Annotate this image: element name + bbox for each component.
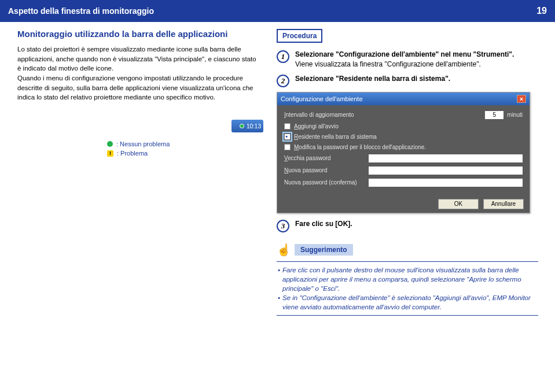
step-1-plain: Viene visualizzata la finestra "Configur… [295, 60, 481, 68]
step-3-body: Fare clic su [OK]. [295, 219, 538, 232]
tip-head: ☝ Suggerimento [277, 243, 538, 257]
interval-row: Intervallo di aggiornamento 5 minuti [284, 111, 523, 119]
step-3-bold: Fare clic su [OK]. [295, 220, 352, 228]
dialog-buttons: OK Annullare [277, 195, 530, 213]
legend: : Nessun problema ! : Problema [107, 140, 262, 157]
taskbar-clock: 10:13 [247, 123, 261, 130]
dialog-title-text: Configurazione dell'ambiente [281, 95, 363, 102]
step-num-3: 3 [277, 220, 289, 232]
tip-line-1: Fare clic con il pulsante destro del mou… [282, 265, 537, 293]
step-2-body: Selezionare "Residente nella barra di si… [295, 74, 538, 87]
cb-systray-label: Residente nella barra di sistema [294, 134, 377, 140]
checkbox-icon[interactable] [284, 144, 291, 150]
step-1-body: Selezionare "Configurazione dell'ambient… [295, 50, 538, 69]
step-num-2: 2 [277, 75, 289, 87]
step-1-bold: Selezionare "Configurazione dell'ambient… [295, 50, 514, 58]
new-pwd-conf-row: Nuova password (conferma) [284, 179, 523, 187]
cb-modpwd-label: Modifica la password per il blocco dell'… [294, 144, 426, 150]
intro-paragraph: Lo stato dei proiettori è sempre visuali… [17, 45, 262, 102]
new-pwd-row: Nuova password [284, 167, 523, 175]
page-header: Aspetto della finestra di monitoraggio 1… [0, 0, 555, 22]
old-pwd-row: Vecchia password [284, 154, 523, 162]
tip-group: ☝ Suggerimento • Fare clic con il pulsan… [277, 243, 538, 316]
left-column: Monitoraggio utilizzando la barra delle … [0, 29, 272, 316]
checkbox-icon[interactable] [284, 123, 291, 130]
cb-startup-row[interactable]: Aggiungi all'avvio [284, 123, 523, 130]
dialog-titlebar: Configurazione dell'ambiente × [277, 93, 530, 105]
step-num-1: 1 [277, 50, 289, 63]
old-pwd-label: Vecchia password [284, 155, 365, 161]
header-title: Aspetto della finestra di monitoraggio [8, 6, 154, 16]
step-2-bold: Selezionare "Residente nella barra di si… [295, 75, 450, 83]
section-title: Monitoraggio utilizzando la barra delle … [17, 29, 262, 39]
tray-status-icon [240, 124, 244, 128]
status-ok-icon [107, 141, 113, 147]
page-number: 19 [536, 6, 547, 16]
new-pwd-input[interactable] [369, 167, 523, 175]
legend-problem-label: : Problema [117, 150, 148, 157]
content: Monitoraggio utilizzando la barra delle … [0, 22, 555, 316]
ok-button[interactable]: OK [438, 199, 479, 209]
procedure-label: Procedura [277, 29, 322, 43]
taskbar-preview: 10:13 [231, 120, 263, 132]
step-2: 2 Selezionare "Residente nella barra di … [277, 74, 538, 87]
tip-bullet-2: • Se in "Configurazione dell'ambiente" è… [278, 293, 537, 312]
hand-pointer-icon: ☝ [277, 243, 291, 257]
new-pwd-conf-input[interactable] [369, 179, 523, 187]
dialog-body: Intervallo di aggiornamento 5 minuti Agg… [277, 105, 530, 195]
legend-row-ok: : Nessun problema [107, 140, 262, 147]
interval-label: Intervallo di aggiornamento [284, 112, 354, 118]
new-pwd-label: Nuova password [284, 167, 365, 173]
tip-line-2: Se in "Configurazione dell'ambiente" è s… [282, 293, 537, 312]
legend-ok-label: : Nessun problema [116, 140, 170, 147]
legend-row-problem: ! : Problema [107, 150, 262, 157]
tip-bullet-1: • Fare clic con il pulsante destro del m… [278, 265, 537, 293]
step-1: 1 Selezionare "Configurazione dell'ambie… [277, 50, 538, 69]
interval-spinner[interactable]: 5 [485, 111, 503, 119]
cb-modpwd-row[interactable]: Modifica la password per il blocco dell'… [284, 144, 523, 150]
step-3: 3 Fare clic su [OK]. [277, 219, 538, 232]
cb-startup-label: Aggiungi all'avvio [294, 123, 339, 130]
tip-body: • Fare clic con il pulsante destro del m… [277, 261, 538, 316]
new-pwd-conf-label: Nuova password (conferma) [284, 179, 365, 186]
close-icon[interactable]: × [517, 95, 526, 103]
status-warning-icon: ! [107, 150, 113, 157]
old-pwd-input[interactable] [369, 154, 523, 162]
cb-systray-row[interactable]: Residente nella barra di sistema [284, 134, 523, 140]
tip-label: Suggerimento [295, 244, 353, 256]
cancel-button[interactable]: Annullare [483, 199, 524, 209]
checkbox-checked-icon[interactable] [284, 134, 291, 140]
interval-unit: minuti [507, 112, 523, 118]
right-column: Procedura 1 Selezionare "Configurazione … [272, 29, 544, 316]
env-config-dialog: Configurazione dell'ambiente × Intervall… [277, 92, 530, 213]
